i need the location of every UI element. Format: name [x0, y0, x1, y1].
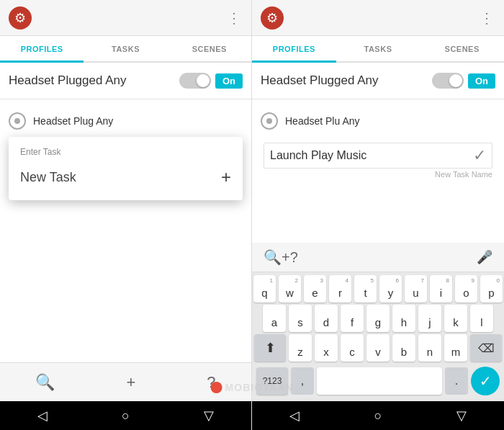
enter-key[interactable]: ✓ [471, 367, 500, 395]
kb-row-3: ⬆ z x c v b n m ⌫ [253, 334, 503, 362]
shift-key[interactable]: ⬆ [254, 334, 286, 362]
right-menu-dots-icon[interactable]: ⋮ [480, 9, 495, 27]
kb-row-1: 1q 2w 3e 4r 5t 6y 7u 8i 9o 0p [253, 275, 503, 303]
left-task-item[interactable]: Headset Plug Any [0, 105, 251, 137]
task-input-hint: New Task Name [258, 169, 498, 182]
kb-bottom-row: ?123 , . ✓ [253, 364, 503, 398]
right-top-bar: ⚙ ⋮ [252, 0, 504, 36]
backspace-key[interactable]: ⌫ [470, 334, 502, 362]
key-x[interactable]: x [315, 334, 338, 362]
kb-row-2: a s d f g h j k l [253, 305, 503, 332]
check-icon[interactable]: ✓ [473, 146, 486, 165]
right-profile-title: Headset Plugged Any [261, 73, 379, 88]
left-toggle-thumb [197, 74, 210, 87]
keyboard-toolbar: 🔍 + ? 🎤 [252, 243, 504, 272]
key-b[interactable]: b [392, 334, 415, 362]
key-u[interactable]: 7u [405, 275, 427, 303]
left-task-list: Headset Plug Any Enter Task New Task + [0, 99, 251, 362]
tab-profiles-left[interactable]: PROFILES [0, 37, 84, 63]
left-task-name: Headset Plug Any [33, 115, 113, 127]
context-menu-title: Enter Task [9, 143, 243, 160]
right-back-nav-icon[interactable]: ◁ [289, 408, 300, 424]
left-tabs: PROFILES TASKS SCENES [0, 36, 251, 63]
right-toggle-container: On [432, 73, 495, 89]
task-input-area[interactable]: ✓ [264, 143, 492, 169]
key-m[interactable]: m [444, 334, 467, 362]
menu-dots-icon[interactable]: ⋮ [227, 9, 243, 27]
task-circle-inner [14, 118, 20, 124]
key-c[interactable]: c [341, 334, 364, 362]
numbers-key[interactable]: ?123 [256, 367, 288, 395]
right-recents-nav-icon[interactable]: ▽ [456, 408, 467, 424]
back-nav-icon[interactable]: ◁ [37, 408, 48, 424]
plus-icon: + [221, 167, 231, 187]
kb-search-icon[interactable]: 🔍 [264, 248, 282, 266]
key-d[interactable]: d [315, 305, 338, 332]
keyboard-rows: 1q 2w 3e 4r 5t 6y 7u 8i 9o 0p a s d f g … [252, 272, 504, 401]
left-toggle-track[interactable] [179, 73, 211, 89]
task-circle-icon [9, 112, 26, 130]
key-q[interactable]: 1q [253, 275, 276, 303]
recents-nav-icon[interactable]: ▽ [204, 408, 214, 424]
new-task-item[interactable]: New Task + [9, 160, 243, 194]
key-e[interactable]: 3e [304, 275, 326, 303]
kb-add-icon[interactable]: + [282, 249, 290, 266]
left-toggle-label[interactable]: On [215, 73, 243, 89]
right-nav-bar: ◁ ○ ▽ [252, 401, 504, 430]
key-f[interactable]: f [341, 305, 364, 332]
kb-mic-icon[interactable]: 🎤 [477, 249, 492, 265]
home-nav-icon[interactable]: ○ [122, 408, 130, 424]
right-gear-icon[interactable]: ⚙ [261, 6, 284, 30]
right-home-nav-icon[interactable]: ○ [374, 408, 382, 424]
key-z[interactable]: z [289, 334, 312, 362]
key-n[interactable]: n [418, 334, 441, 362]
key-g[interactable]: g [366, 305, 390, 332]
tab-profiles-right[interactable]: PROFILES [252, 37, 336, 63]
key-l[interactable]: l [470, 305, 493, 332]
right-toggle-track[interactable] [432, 73, 464, 89]
new-task-label: New Task [20, 170, 76, 185]
key-j[interactable]: j [418, 305, 441, 332]
key-k[interactable]: k [444, 305, 467, 332]
key-o[interactable]: 9o [455, 275, 477, 303]
comma-key[interactable]: , [291, 367, 314, 395]
right-toggle-thumb [449, 74, 462, 87]
context-menu: Enter Task New Task + [9, 137, 243, 200]
left-profile-title: Headset Plugged Any [9, 73, 127, 88]
key-i[interactable]: 8i [430, 275, 452, 303]
key-r[interactable]: 4r [329, 275, 351, 303]
right-task-circle-icon [261, 112, 278, 130]
gear-icon[interactable]: ⚙ [9, 6, 32, 30]
left-nav-bar: ◁ ○ ▽ [0, 401, 251, 430]
key-h[interactable]: h [392, 305, 415, 332]
key-w[interactable]: 2w [279, 275, 301, 303]
right-panel: ⚙ ⋮ PROFILES TASKS SCENES Headset Plugge… [252, 0, 504, 430]
tab-tasks-right[interactable]: TASKS [336, 37, 420, 63]
tab-tasks-left[interactable]: TASKS [84, 37, 167, 63]
right-task-name: Headset Plu Any [285, 115, 360, 127]
left-profile-header: Headset Plugged Any On [0, 63, 251, 99]
right-task-list: Headset Plu Any ✓ New Task Name [252, 99, 504, 243]
kb-help-icon[interactable]: ? [290, 249, 298, 266]
left-panel: ⚙ ⋮ PROFILES TASKS SCENES Headset Plugge… [0, 0, 252, 430]
key-a[interactable]: a [263, 305, 286, 332]
right-task-item[interactable]: Headset Plu Any [252, 105, 504, 137]
left-bottom-bar: 🔍 + ? [0, 362, 251, 401]
key-t[interactable]: 5t [354, 275, 377, 303]
tab-scenes-left[interactable]: SCENES [168, 37, 251, 63]
left-add-icon[interactable]: + [126, 373, 135, 392]
left-search-icon[interactable]: 🔍 [35, 373, 55, 392]
space-key[interactable] [317, 367, 442, 395]
right-toggle-label[interactable]: On [468, 73, 495, 89]
key-p[interactable]: 0p [480, 275, 503, 303]
input-container: ✓ New Task Name [258, 143, 498, 182]
task-name-input[interactable] [270, 149, 473, 162]
key-y[interactable]: 6y [379, 275, 402, 303]
right-profile-header: Headset Plugged Any On [252, 63, 504, 99]
tab-scenes-right[interactable]: SCENES [420, 37, 504, 63]
key-s[interactable]: s [289, 305, 312, 332]
left-toggle-container: On [179, 73, 243, 89]
key-v[interactable]: v [366, 334, 390, 362]
left-help-icon[interactable]: ? [207, 373, 215, 392]
period-key[interactable]: . [445, 367, 468, 395]
